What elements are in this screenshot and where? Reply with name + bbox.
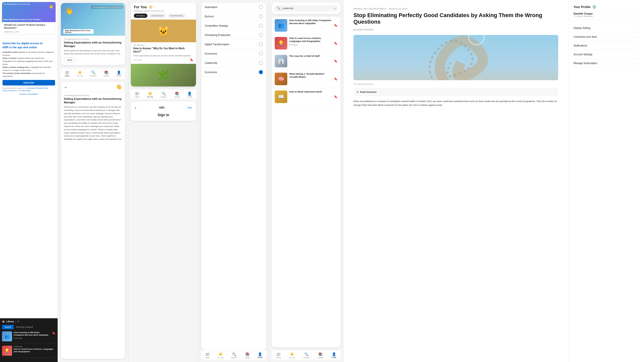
list-item[interactable]: 👔 The Case for a Chief of Staff 🔖 [272,52,341,70]
nav-library[interactable]: 📚 Library [104,70,109,77]
nav-foryou[interactable]: ☀️ For You [289,352,295,358]
article-preview-card[interactable]: The Management Tip of the Day Make Mindf… [2,2,56,34]
author-text: By Nilofer Merchant [353,28,373,31]
bookmark-1[interactable]: 🔖 [334,24,338,27]
tab-job-interviews[interactable]: Job Interviews [168,14,185,18]
card-title: Setting Expectations with an Overachievi… [64,41,122,48]
topic-radio[interactable] [259,52,263,56]
list-item[interactable]: 💡 How to Lead Across Cultures, Languages… [272,34,341,52]
topic-burnout[interactable]: Burnout [201,12,266,21]
nav-library[interactable]: 📚 Library [245,352,250,358]
nav-profile[interactable]: 👤 Profile [258,352,263,358]
nav-profile[interactable]: 👤 Profile [332,352,337,358]
subscribe-button[interactable]: Subscribe [3,80,55,85]
nav-library[interactable]: 📚 Library [318,352,323,358]
settings-label: Display Setting [574,27,590,29]
tip-label: The Management Tip of the Day [91,6,123,9]
topic-radio[interactable] [259,42,263,46]
topic-economics-2[interactable]: Economics [201,68,266,77]
explore-label: Explore [90,75,96,77]
settings-notifications[interactable]: Notifications › [574,41,639,50]
nav-library[interactable]: 📚 Library [174,92,180,98]
article-2-image: 🌿 [131,64,196,86]
tip-card-preview[interactable]: 👋 The Management Tip of the Day Make Min… [61,3,125,65]
list-item[interactable]: 👥 How Investing in DEI Helps Companies B… [272,17,341,34]
podcast-label: Podcast [291,44,298,46]
feed-article-2[interactable]: 🌿 [131,64,196,87]
recently-viewed-tab[interactable]: Recently Viewed [14,325,35,329]
nav-foryou[interactable]: ☀️ For You [77,70,83,77]
article-thumb-3: 👔 [275,55,287,67]
restore-subscription-link[interactable]: Restore subscription [3,93,55,95]
settings-customize-feed[interactable]: Customize your feed › [574,32,639,41]
article-1-desc: Three approaches to help you ace this cl… [133,54,193,57]
topic-radio[interactable] [259,24,263,28]
bookmark-1-icon[interactable]: 🔖 [52,331,56,335]
back-button[interactable]: ‹ [135,105,136,110]
article-4-info: What Having a "Growth Mindset" Actually … [289,73,332,85]
terms-link[interactable]: Terms of Service [3,90,16,92]
explore-label: Explore [161,96,167,98]
search-input[interactable]: Leadership [282,7,332,10]
more-button[interactable]: More [64,58,76,63]
help-link[interactable]: Help [187,106,192,109]
nav-latest[interactable]: 📰 Latest [205,352,210,358]
nav-latest[interactable]: 📰 Latest [65,70,69,77]
saved-tab[interactable]: Saved [2,325,14,329]
tab-all-topics[interactable]: All Topics [134,14,147,18]
topic-radio[interactable] [259,61,263,65]
list-item[interactable]: 🧠 What Having a "Growth Mindset" Actuall… [272,70,341,88]
user-info: Danielle Cooper · Premium Subscriber [574,12,639,20]
list-item[interactable]: 📖 How to Read a Business Book 🔖 [272,88,341,106]
articles-list-card: 👥 How Investing in DEI Helps Companies B… [272,17,341,347]
saved-article-2[interactable]: 💡 Leadership How to Lead Across Cultures… [2,346,56,358]
nav-explore[interactable]: 🔍 Explore [90,70,96,77]
topic-developing-employees[interactable]: Developing Employees [201,30,266,40]
nav-foryou[interactable]: ☀️ For You [147,92,153,98]
topic-automation[interactable]: Automation [201,3,266,12]
nav-latest[interactable]: 📰 Latest [276,352,281,358]
topic-economics-1[interactable]: Economics [201,49,266,58]
topic-radio[interactable] [259,5,263,9]
nav-profile[interactable]: 👤 Profile [187,92,192,98]
nav-explore[interactable]: 🔍 Explore [161,92,167,98]
library-list-icon: ≡ [18,320,19,323]
settings-manage-subscription[interactable]: Manage Subscription › [574,59,639,68]
tab-current-issue[interactable]: Current Issue [149,14,166,18]
privacy-link[interactable]: Privacy Policy [20,90,31,92]
chevron-down-icon[interactable]: ⌄ [64,84,67,89]
bookmark-2[interactable]: 🔖 [334,41,338,45]
nav-latest[interactable]: 📰 Latest [135,92,139,98]
article-1-body: Job Interviews How to Answer "Why Do You… [131,42,196,64]
topic-digital-transformation[interactable]: Digital Transformation [201,40,266,49]
renewal-policy-link[interactable]: Automatic Renewal Policy. [28,87,48,89]
topic-radio[interactable] [259,14,263,18]
profile-label: Profile [258,357,263,358]
topic-competitive-strategy[interactable]: Competitive Strategy [201,21,266,30]
topic-leadership[interactable]: Leadership [201,58,266,68]
bookmark-5[interactable]: 🔖 [334,95,338,99]
topic-radio[interactable] [259,33,263,37]
benefit-4: The weekly Insider Newsletter, exclusive… [3,72,55,78]
clear-search-icon[interactable]: ⊕ [334,7,336,10]
settings-account[interactable]: Account Settings › [574,50,639,59]
bookmark-3[interactable]: 🔖 [334,59,338,63]
profile-icon: 👤 [332,352,336,356]
settings-display[interactable]: Display Setting › [574,24,639,32]
panel-topics: Automation Burnout Competitive Strategy … [199,0,269,362]
bookmark-4[interactable]: 🔖 [334,77,338,81]
topic-radio-checked[interactable] [259,70,263,74]
nav-foryou[interactable]: ☀️ For You [217,352,223,358]
card2-header: ⌄ 👋 [61,82,125,92]
article-preview-text: Should You Launch Products During a Rece… [2,22,56,31]
article-1-thumb: 👥 [2,331,12,341]
saved-article-1[interactable]: 👥 How Investing in DEI Helps Companies B… [2,331,56,344]
article-1-info: How Investing in DEI Helps Companies Bec… [289,19,332,32]
nav-explore[interactable]: 🔍 Explore [231,352,237,358]
read-summary-button[interactable]: ≡ Read Summary [353,88,558,96]
nav-profile[interactable]: 👤 Profile [116,70,121,77]
feed-article-1[interactable]: 🐱 Job Interviews How to Answer "Why Do Y… [131,20,196,64]
bookmark-article-1[interactable]: 🔖 [190,58,193,62]
article-thumb-1: 👥 [275,19,287,32]
nav-explore[interactable]: 🔍 Explore [303,352,309,358]
